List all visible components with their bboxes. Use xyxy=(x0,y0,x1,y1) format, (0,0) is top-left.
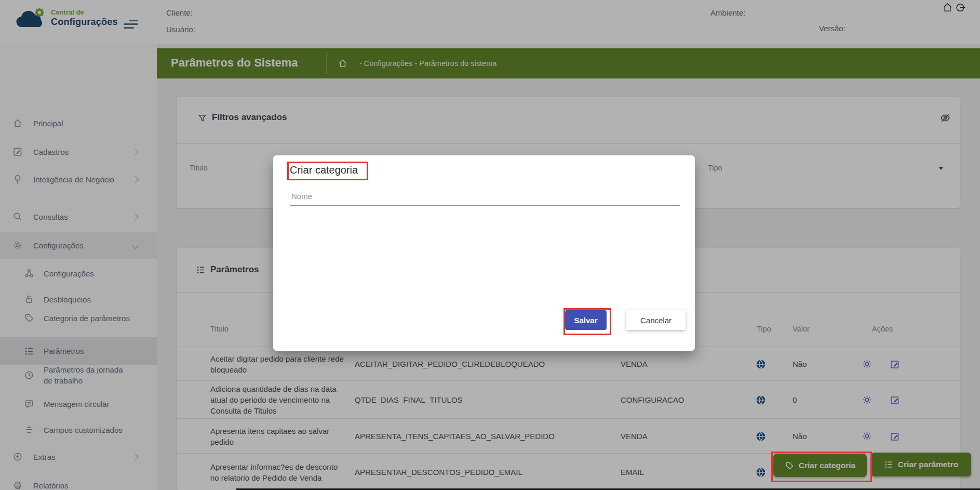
app-root: Central de Configurações Cliente: Usuári… xyxy=(0,0,980,490)
salvar-button[interactable]: Salvar xyxy=(565,310,607,330)
nome-input[interactable] xyxy=(290,187,680,206)
salvar-label: Salvar xyxy=(574,316,597,325)
criar-categoria-dialog: Criar categoria Salvar Cancelar xyxy=(273,155,695,351)
cancelar-button[interactable]: Cancelar xyxy=(626,310,686,330)
cancelar-label: Cancelar xyxy=(640,316,672,325)
dialog-title: Criar categoria xyxy=(290,164,358,176)
